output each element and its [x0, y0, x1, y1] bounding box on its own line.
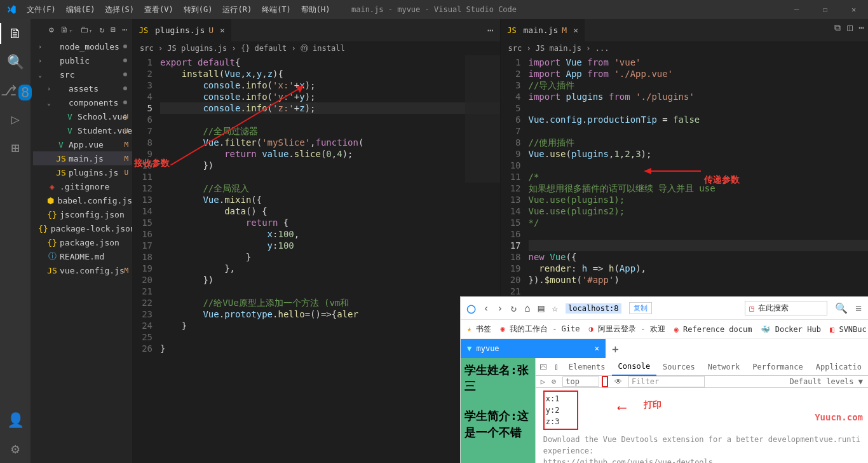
- close-tab-icon[interactable]: ×: [595, 344, 599, 353]
- settings-icon[interactable]: ⚙: [11, 441, 19, 457]
- bookmark-item[interactable]: ◉ 我的工作台 - Gite: [500, 324, 580, 335]
- file-tree-item[interactable]: JSplugins.jsU: [33, 165, 132, 179]
- url-bar[interactable]: localhost:8: [566, 303, 621, 314]
- menu-item[interactable]: 运行(R): [218, 2, 256, 18]
- menu-item[interactable]: 编辑(E): [62, 2, 100, 18]
- tab-plugins[interactable]: JS plugins.js U ×: [132, 19, 232, 41]
- menu-item[interactable]: 帮助(H): [297, 2, 335, 18]
- account-icon[interactable]: 👤: [7, 412, 24, 428]
- split-icon[interactable]: ◫: [847, 22, 852, 33]
- search-box[interactable]: ◳在此搜索: [745, 301, 827, 315]
- breadcrumb[interactable]: src › JS plugins.js › {} default › ⓜ ins…: [132, 41, 500, 55]
- devtools: ⮹ ⫿ ElementsConsoleSourcesNetworkPerform…: [535, 358, 868, 463]
- window-controls: — ☐ ✕: [782, 0, 868, 19]
- minimize-icon[interactable]: —: [782, 0, 811, 19]
- levels-select[interactable]: Default levels ▼: [789, 377, 863, 386]
- menu-item[interactable]: 文件(F): [22, 2, 60, 18]
- device-icon[interactable]: ⫿: [551, 363, 562, 371]
- bookmark-item[interactable]: ◑ 阿里云登录 - 欢迎: [589, 324, 665, 335]
- play-icon[interactable]: ▷: [541, 377, 545, 386]
- new-folder-icon[interactable]: 🗀₊: [80, 25, 93, 34]
- file-tree-item[interactable]: ⌄components: [33, 95, 132, 109]
- file-tree-item[interactable]: ›assets: [33, 81, 132, 95]
- browser-window: ◯ ‹ › ↻ ⌂ ▤ ☆ localhost:8 复制 ◳在此搜索 🔍 ≡ ★…: [460, 296, 868, 463]
- file-tree-item[interactable]: {}package-lock.json: [33, 221, 132, 235]
- context-select[interactable]: top: [562, 377, 599, 387]
- minimap[interactable]: [465, 55, 500, 183]
- devtools-tab[interactable]: Applicatio: [810, 363, 868, 371]
- bookmark-item[interactable]: 🐳 Docker Hub: [761, 325, 820, 334]
- tab-main[interactable]: JS main.js M ×: [501, 19, 585, 41]
- toolbar-icon[interactable]: ⚙: [49, 25, 54, 34]
- browser-toolbar: ◯ ‹ › ↻ ⌂ ▤ ☆ localhost:8 复制 ◳在此搜索 🔍 ≡: [461, 297, 868, 320]
- file-tree-item[interactable]: ⌄src: [33, 67, 132, 81]
- watermark: Yuucn.com: [815, 412, 863, 422]
- bookmark-item[interactable]: ◉ Reference docum: [674, 325, 752, 334]
- back-icon[interactable]: ‹: [483, 302, 489, 314]
- more-icon[interactable]: ⋯: [487, 24, 494, 36]
- menu-item[interactable]: 查看(V): [140, 2, 178, 18]
- menu-item[interactable]: 终端(T): [257, 2, 295, 18]
- bookmarks-bar: ★ 书签◉ 我的工作台 - Gite◑ 阿里云登录 - 欢迎◉ Referenc…: [461, 320, 868, 339]
- file-tree-item[interactable]: ◈.gitignore: [33, 179, 132, 193]
- file-tree-item[interactable]: ›public: [33, 53, 132, 67]
- search-icon[interactable]: 🔍: [835, 302, 848, 314]
- close-tab-icon[interactable]: ×: [220, 25, 225, 35]
- inspect-icon[interactable]: ⮹: [536, 363, 551, 371]
- file-tree-item[interactable]: VApp.vueM: [33, 137, 132, 151]
- forward-icon[interactable]: ›: [497, 302, 503, 314]
- arrow-icon: [644, 167, 701, 175]
- maximize-icon[interactable]: ☐: [811, 0, 839, 19]
- file-tree-item[interactable]: {}package.json: [33, 235, 132, 249]
- file-tree-item[interactable]: ⓘREADME.md: [33, 249, 132, 263]
- more-icon[interactable]: ⋯: [859, 22, 864, 33]
- file-tree-item[interactable]: JSvue.config.jsM: [33, 263, 132, 277]
- explorer-toolbar: ⚙ 🗎₊ 🗀₊ ↻ ⊟ ⋯: [31, 19, 132, 39]
- eye-icon[interactable]: 👁: [614, 377, 622, 386]
- reload-icon[interactable]: ↻: [511, 302, 517, 314]
- file-tree-item[interactable]: ⬢babel.config.js: [33, 193, 132, 207]
- devtools-tab[interactable]: Network: [702, 363, 747, 371]
- collapse-icon[interactable]: ⊟: [111, 25, 116, 34]
- devtools-tabs: ⮹ ⫿ ElementsConsoleSourcesNetworkPerform…: [536, 358, 868, 376]
- extensions-icon[interactable]: ⊞: [11, 140, 19, 156]
- more-icon[interactable]: ⋯: [122, 25, 127, 34]
- modified-indicator: M: [562, 25, 567, 35]
- bookmark-item[interactable]: ◧ SVNBuc: [830, 325, 867, 334]
- file-tree-item[interactable]: ›node_modules: [33, 39, 132, 53]
- reader-icon[interactable]: ▤: [538, 302, 545, 314]
- menu-item[interactable]: 转到(G): [179, 2, 217, 18]
- menu-icon[interactable]: ≡: [855, 302, 862, 314]
- file-tree-item[interactable]: JSmain.jsM: [33, 151, 132, 165]
- debug-icon[interactable]: ▷: [11, 111, 19, 127]
- devtools-tab[interactable]: Console: [612, 358, 657, 376]
- new-tab-icon[interactable]: +: [606, 342, 625, 356]
- copy-button[interactable]: 复制: [629, 302, 652, 314]
- explorer-sidebar: ⚙ 🗎₊ 🗀₊ ↻ ⊟ ⋯ ›node_modules›public⌄src›a…: [31, 19, 132, 463]
- filter-input[interactable]: Filter: [628, 376, 705, 387]
- close-icon[interactable]: ✕: [839, 0, 868, 19]
- js-icon: JS: [139, 26, 149, 35]
- file-tree-item[interactable]: {}jsconfig.json: [33, 207, 132, 221]
- tab-bar: JS plugins.js U × ⋯: [132, 19, 500, 41]
- file-tree-item[interactable]: VStudent.vueU: [33, 123, 132, 137]
- file-tree-item[interactable]: VSchool.vueU: [33, 109, 132, 123]
- tab-label: plugins.js: [155, 25, 205, 35]
- bookmark-item[interactable]: ★ 书签: [467, 324, 491, 335]
- refresh-icon[interactable]: ↻: [100, 25, 105, 34]
- breadcrumb[interactable]: src › JS main.js › ...: [501, 41, 869, 55]
- close-tab-icon[interactable]: ×: [573, 25, 578, 35]
- devtools-tab[interactable]: Sources: [656, 363, 702, 371]
- home-icon[interactable]: ⌂: [524, 302, 531, 314]
- explorer-icon[interactable]: 🗎: [8, 25, 22, 41]
- clear-icon[interactable]: ⊘: [552, 377, 556, 386]
- star-icon[interactable]: ☆: [552, 302, 558, 314]
- new-file-icon[interactable]: 🗎₊: [60, 25, 74, 34]
- devtools-tab[interactable]: Performance: [746, 363, 809, 371]
- source-control-icon[interactable]: ⎇8: [1, 83, 30, 99]
- compare-icon[interactable]: ⧉: [834, 22, 841, 33]
- search-icon[interactable]: 🔍: [7, 54, 24, 70]
- menu-item[interactable]: 选择(S): [100, 2, 139, 18]
- browser-tab[interactable]: ▼ myvue×: [461, 339, 606, 358]
- devtools-tab[interactable]: Elements: [562, 363, 612, 371]
